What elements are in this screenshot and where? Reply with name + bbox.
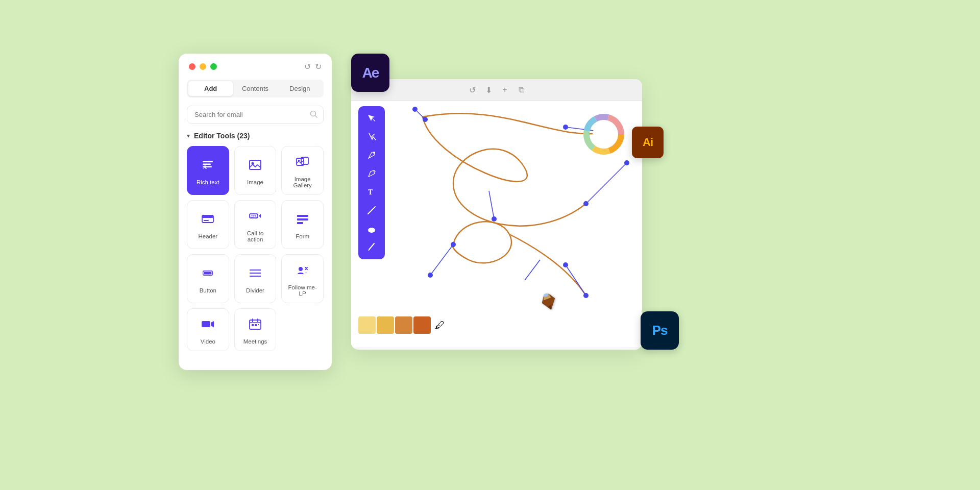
redo-button[interactable]: ↻ <box>315 62 322 71</box>
tool-cta[interactable]: CTA Call to action <box>234 200 277 249</box>
add-tab-button[interactable]: + <box>500 85 509 94</box>
tool-follow-label: Follow me-LP <box>286 284 319 297</box>
image-icon <box>248 158 262 175</box>
anchor-pen-tool[interactable] <box>364 166 379 181</box>
tool-image[interactable]: Image <box>234 146 277 195</box>
svg-text:CTA: CTA <box>251 215 257 218</box>
form-icon <box>296 212 310 229</box>
refresh-button[interactable]: ↺ <box>468 85 477 94</box>
ai-app-icon[interactable]: Ai <box>632 127 664 158</box>
section-title: Editor Tools (23) <box>194 132 250 140</box>
header-icon <box>201 212 215 229</box>
tool-cta-label: Call to action <box>239 230 272 242</box>
tool-rich-text[interactable]: A Rich text <box>187 146 229 195</box>
search-bar <box>187 106 324 124</box>
minimize-dot[interactable] <box>200 63 206 70</box>
direct-select-tool[interactable] <box>364 130 379 144</box>
svg-text:T: T <box>368 188 373 196</box>
browser-window: ↺ ⬇ + ⧉ T <box>351 79 642 350</box>
divider-icon <box>248 266 262 283</box>
tool-rich-text-label: Rich text <box>197 179 219 185</box>
close-dot[interactable] <box>189 63 195 70</box>
tool-image-gallery[interactable]: Image Gallery <box>281 146 324 195</box>
swatch-1[interactable] <box>358 316 376 334</box>
swatch-3[interactable] <box>395 316 412 334</box>
tab-add[interactable]: Add <box>188 81 233 96</box>
tool-follow-me[interactable]: + Follow me-LP <box>281 254 324 303</box>
svg-line-40 <box>415 109 425 119</box>
svg-line-1 <box>315 115 317 117</box>
undo-button[interactable]: ↺ <box>304 62 311 71</box>
cta-icon: CTA <box>248 209 262 226</box>
pen-cursor <box>533 286 564 320</box>
meetings-icon <box>248 317 262 334</box>
svg-point-35 <box>373 152 375 154</box>
browser-toolbar: ↺ ⬇ + ⧉ <box>351 79 642 101</box>
drawing-tools-panel: T <box>358 106 385 259</box>
ps-app-icon[interactable]: Ps <box>641 311 679 350</box>
svg-rect-27 <box>202 321 210 327</box>
tool-divider[interactable]: Divider <box>234 254 277 303</box>
maximize-dot[interactable] <box>210 63 217 70</box>
svg-point-52 <box>492 216 497 222</box>
color-swatch-bar: 🖊 <box>358 316 445 334</box>
svg-text:+: + <box>305 271 307 275</box>
text-icon: A <box>201 158 215 175</box>
ellipse-tool[interactable] <box>364 222 379 236</box>
tool-gallery-label: Image Gallery <box>286 176 319 188</box>
gallery-icon <box>296 155 310 172</box>
tool-meetings-label: Meetings <box>243 338 267 345</box>
line-tool[interactable] <box>364 203 379 217</box>
text-tool[interactable]: T <box>364 185 379 199</box>
svg-rect-12 <box>202 215 213 218</box>
svg-line-37 <box>368 207 375 214</box>
svg-point-44 <box>563 125 568 130</box>
tools-grid: A Rich text Image <box>179 146 332 351</box>
svg-point-54 <box>563 262 568 267</box>
eyedropper-icon[interactable]: 🖊 <box>435 320 445 331</box>
tool-button[interactable]: Button <box>187 254 229 303</box>
swatch-2[interactable] <box>377 316 394 334</box>
ae-app-icon[interactable]: Ae <box>351 54 389 92</box>
svg-rect-34 <box>258 324 259 325</box>
svg-point-63 <box>593 123 615 145</box>
svg-rect-2 <box>203 161 213 162</box>
svg-line-48 <box>430 244 453 275</box>
tool-image-label: Image <box>247 179 263 185</box>
tool-form[interactable]: Form <box>281 200 324 249</box>
svg-line-51 <box>489 191 494 219</box>
video-icon <box>201 317 215 334</box>
svg-point-38 <box>368 228 375 233</box>
svg-rect-18 <box>297 222 303 224</box>
tool-divider-label: Divider <box>246 287 264 293</box>
button-icon <box>201 266 215 283</box>
tool-header-label: Header <box>198 233 217 239</box>
svg-rect-32 <box>252 324 254 326</box>
brush-tool[interactable] <box>364 240 379 254</box>
select-tool[interactable] <box>364 111 379 126</box>
tool-video[interactable]: Video <box>187 308 229 351</box>
svg-point-42 <box>423 117 428 122</box>
tab-contents[interactable]: Contents <box>233 81 277 96</box>
tool-meetings[interactable]: Meetings <box>234 308 277 351</box>
tab-design[interactable]: Design <box>278 81 322 96</box>
tool-video-label: Video <box>201 338 215 345</box>
section-header: ▾ Editor Tools (23) <box>179 132 332 146</box>
svg-point-49 <box>428 273 433 278</box>
svg-line-56 <box>525 260 540 280</box>
panel-titlebar: ↺ ↻ <box>179 54 332 80</box>
svg-line-39 <box>369 243 374 250</box>
svg-point-24 <box>299 267 303 271</box>
chevron-down-icon: ▾ <box>187 132 190 139</box>
svg-point-47 <box>583 201 589 206</box>
svg-rect-6 <box>250 160 261 169</box>
donut-chart <box>581 111 627 159</box>
tool-header[interactable]: Header <box>187 200 229 249</box>
svg-point-41 <box>412 107 418 112</box>
download-button[interactable]: ⬇ <box>484 85 493 94</box>
pen-tool[interactable] <box>364 148 379 162</box>
swatch-4[interactable] <box>413 316 431 334</box>
search-input[interactable] <box>187 106 324 124</box>
copy-button[interactable]: ⧉ <box>517 85 526 94</box>
browser-canvas: T <box>351 101 642 347</box>
